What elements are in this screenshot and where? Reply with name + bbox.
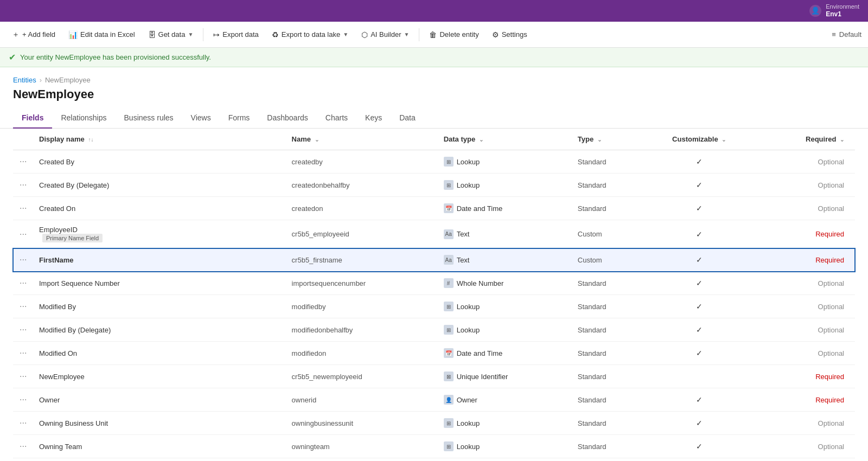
sort-asc-icon: ↑↓ (88, 137, 93, 143)
required-cell: Optional (756, 272, 855, 295)
field-type: Standard (573, 458, 642, 462)
datatype-icon: # (444, 278, 454, 288)
settings-button[interactable]: ⚙ Settings (487, 27, 533, 42)
row-context-menu-button[interactable]: ··· (17, 417, 29, 429)
tab-forms[interactable]: Forms (220, 108, 259, 129)
data-type-cell: ⊞Lookup (444, 441, 569, 451)
data-type-label: Lookup (457, 326, 480, 334)
row-context-menu-button[interactable]: ··· (17, 277, 29, 289)
row-context-menu-button[interactable]: ··· (17, 440, 29, 452)
required-cell: Optional (756, 295, 855, 318)
col-header-name[interactable]: Name ⌄ (288, 129, 439, 150)
environment-info: 👤 Environment Env1 (809, 3, 859, 18)
edit-excel-button[interactable]: 📊 Edit data in Excel (63, 27, 140, 42)
row-context-menu-button[interactable]: ··· (17, 370, 29, 382)
row-context-menu-button[interactable]: ··· (17, 394, 29, 406)
row-context-menu-button[interactable]: ··· (17, 156, 29, 168)
env-text: Environment Env1 (826, 3, 859, 18)
breadcrumb-separator: › (40, 76, 42, 84)
display-name: Import Sequence Number (39, 279, 283, 287)
col-sort-icon: ⌄ (479, 137, 483, 143)
tab-data[interactable]: Data (391, 108, 424, 129)
table-row[interactable]: ···Modified Onmodifiedon📅Date and TimeSt… (13, 342, 855, 365)
checkmark-icon: ✓ (696, 204, 703, 213)
page-header: Entities › NewEmployee NewEmployee (0, 67, 868, 101)
table-row[interactable]: ···Created Bycreatedby⊞LookupStandard✓Op… (13, 150, 855, 174)
table-row[interactable]: ···Created By (Delegate)createdonbehalfb… (13, 174, 855, 197)
breadcrumb-parent[interactable]: Entities (13, 76, 36, 84)
col-header-data-type[interactable]: Data type ⌄ (439, 129, 573, 150)
table-row[interactable]: ···Ownerownerid👤OwnerStandard✓Required (13, 388, 855, 412)
tab-dashboards[interactable]: Dashboards (258, 108, 317, 129)
success-banner: ✔ Your entity NewEmployee has been provi… (0, 48, 868, 67)
row-context-menu-button[interactable]: ··· (17, 300, 29, 312)
hamburger-icon: ≡ (832, 30, 836, 39)
tab-keys[interactable]: Keys (356, 108, 391, 129)
checkmark-icon: ✓ (696, 157, 703, 166)
datatype-icon: ⊠ (444, 372, 454, 381)
plus-icon: ＋ (12, 30, 20, 40)
field-type: Standard (573, 435, 642, 458)
check-circle-icon: ✔ (9, 52, 16, 62)
display-name: EmployeeID (39, 226, 283, 234)
field-type: Standard (573, 174, 642, 197)
export-data-button[interactable]: ↦ Export data (208, 27, 264, 42)
col-header-display-name[interactable]: Display name ↑↓ (35, 129, 288, 150)
table-row[interactable]: ···Import Sequence Numberimportsequencen… (13, 272, 855, 295)
row-context-menu-button[interactable]: ··· (17, 254, 29, 266)
table-container: Display name ↑↓Name ⌄Data type ⌄Type ⌄Cu… (0, 129, 868, 461)
table-row[interactable]: ···FirstNamecr5b5_firstnameAaTextCustom✓… (13, 248, 855, 272)
default-label: Default (839, 30, 861, 39)
table-row[interactable]: ···Modified Bymodifiedby⊞LookupStandard✓… (13, 295, 855, 318)
ai-caret: ▼ (404, 31, 410, 37)
display-name: NewEmployee (39, 373, 283, 381)
table-row[interactable]: ···Owning Teamowningteam⊞LookupStandard✓… (13, 435, 855, 458)
data-type-label: Lookup (457, 443, 480, 451)
checkmark-icon: ✓ (696, 302, 703, 311)
data-type-cell: ⊞Lookup (444, 180, 569, 190)
table-row[interactable]: ···NewEmployeecr5b5_newemployeeid⊠Unique… (13, 365, 855, 388)
row-context-menu-button[interactable]: ··· (17, 179, 29, 191)
required-cell: Optional (756, 174, 855, 197)
field-name: createdby (288, 150, 439, 174)
col-header-required[interactable]: Required ⌄ (756, 129, 855, 150)
settings-icon: ⚙ (492, 30, 499, 39)
field-type: Standard (573, 412, 642, 435)
field-type: Standard (573, 318, 642, 342)
get-data-button[interactable]: 🗄 Get data ▼ (143, 27, 199, 42)
field-name: cr5b5_newemployeeid (288, 365, 439, 388)
ai-builder-button[interactable]: ⬡ AI Builder ▼ (356, 27, 414, 42)
export-lake-button[interactable]: ♻ Export to data lake ▼ (266, 27, 354, 42)
tab-business-rules[interactable]: Business rules (116, 108, 182, 129)
display-name: Modified By (39, 303, 283, 311)
col-header-type[interactable]: Type ⌄ (573, 129, 642, 150)
export-icon: ↦ (213, 30, 220, 39)
delete-entity-button[interactable]: 🗑 Delete entity (424, 27, 484, 42)
page-title: NewEmployee (13, 87, 855, 101)
add-field-button[interactable]: ＋ + Add field (7, 27, 61, 43)
toolbar: ＋ + Add field 📊 Edit data in Excel 🗄 Get… (0, 22, 868, 48)
row-context-menu-button[interactable]: ··· (17, 324, 29, 336)
tab-views[interactable]: Views (182, 108, 220, 129)
col-sort-icon: ⌄ (840, 137, 844, 143)
col-header-customizable[interactable]: Customizable ⌄ (642, 129, 756, 150)
table-row[interactable]: ···Owning Business Unitowningbusinessuni… (13, 412, 855, 435)
table-row[interactable]: ···Owning Userowninguser⊞LookupStandard✓… (13, 458, 855, 462)
tab-relationships[interactable]: Relationships (52, 108, 115, 129)
tab-fields[interactable]: Fields (13, 108, 52, 129)
data-type-cell: AaText (444, 229, 569, 239)
field-type: Standard (573, 197, 642, 220)
tab-charts[interactable]: Charts (317, 108, 356, 129)
field-name: cr5b5_firstname (288, 248, 439, 272)
trash-icon: 🗑 (429, 30, 437, 39)
data-type-cell: 👤Owner (444, 395, 569, 405)
table-row[interactable]: ···Modified By (Delegate)modifiedonbehal… (13, 318, 855, 342)
table-row[interactable]: ···Created Oncreatedon📅Date and TimeStan… (13, 197, 855, 220)
separator-2 (419, 28, 419, 41)
table-row[interactable]: ···EmployeeIDPrimary Name Fieldcr5b5_emp… (13, 220, 855, 248)
customizable-cell: ✓ (642, 318, 756, 342)
row-context-menu-button[interactable]: ··· (17, 228, 29, 240)
display-name: Modified On (39, 349, 283, 357)
row-context-menu-button[interactable]: ··· (17, 202, 29, 214)
row-context-menu-button[interactable]: ··· (17, 347, 29, 359)
